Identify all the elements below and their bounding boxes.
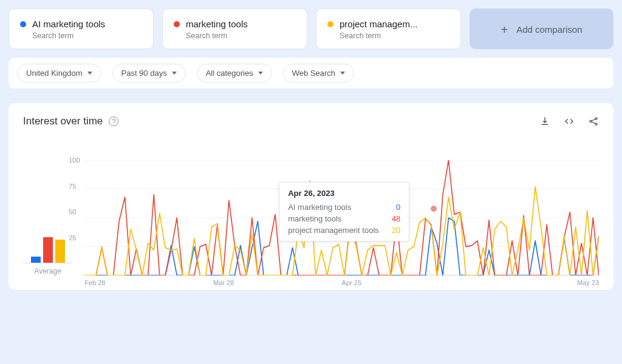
range-filter-label: Past 90 days	[121, 69, 167, 78]
term-label: marketing tools	[186, 19, 248, 29]
term-color-dot	[174, 21, 180, 27]
svg-point-0	[590, 120, 592, 122]
average-summary: Average	[23, 227, 72, 275]
tooltip-series-label: project management tools	[288, 226, 379, 235]
chevron-down-icon	[87, 72, 92, 75]
region-filter[interactable]: United Kingdom	[17, 64, 101, 83]
type-filter[interactable]: Web Search	[283, 64, 354, 83]
search-term-cards: AI marketing tools Search term marketing…	[9, 8, 613, 49]
type-filter-label: Web Search	[292, 69, 335, 78]
chevron-down-icon	[340, 72, 345, 75]
tooltip-series-label: AI marketing tools	[288, 203, 351, 212]
panel-title: Interest over time	[23, 115, 103, 127]
term-card-1[interactable]: marketing tools Search term	[162, 8, 307, 49]
term-label: AI marketing tools	[32, 19, 105, 29]
svg-point-1	[595, 118, 597, 120]
add-comparison-label: Add comparison	[516, 24, 582, 35]
average-label: Average	[23, 267, 72, 275]
term-sub: Search term	[186, 32, 296, 40]
region-filter-label: United Kingdom	[26, 69, 83, 78]
embed-icon[interactable]	[564, 116, 575, 127]
category-filter[interactable]: All categories	[197, 64, 272, 83]
term-color-dot	[327, 21, 333, 27]
term-color-dot	[20, 21, 26, 27]
tooltip-series-value: 0	[396, 203, 400, 212]
term-card-0[interactable]: AI marketing tools Search term	[9, 8, 154, 49]
chevron-down-icon	[258, 72, 263, 75]
plus-icon: +	[501, 24, 508, 36]
filters-bar: United Kingdom Past 90 days All categori…	[9, 58, 613, 89]
term-card-2[interactable]: project managem... Search term	[316, 8, 461, 49]
svg-point-2	[595, 123, 597, 125]
line-chart[interactable]: 255075100 Feb 28Mar 28Apr 25May 23 Apr 2…	[84, 160, 599, 275]
add-comparison-button[interactable]: + Add comparison	[470, 8, 613, 49]
x-axis-ticks: Feb 28Mar 28Apr 25May 23	[84, 279, 599, 286]
tooltip-series-value: 48	[392, 214, 400, 223]
help-icon[interactable]: ?	[109, 116, 118, 126]
download-icon[interactable]	[539, 116, 550, 127]
chart-tooltip: Apr 26, 2023 AI marketing tools 0 market…	[279, 182, 409, 241]
term-sub: Search term	[32, 32, 142, 40]
range-filter[interactable]: Past 90 days	[112, 64, 186, 83]
share-icon[interactable]	[588, 116, 599, 127]
tooltip-series-label: marketing tools	[288, 214, 341, 223]
interest-over-time-panel: Interest over time ? Average 255075100 F…	[9, 103, 613, 290]
tooltip-date: Apr 26, 2023	[288, 189, 400, 198]
tooltip-series-value: 20	[392, 226, 400, 235]
category-filter-label: All categories	[206, 69, 253, 78]
chevron-down-icon	[172, 72, 177, 75]
term-label: project managem...	[340, 19, 417, 29]
term-sub: Search term	[340, 32, 449, 40]
